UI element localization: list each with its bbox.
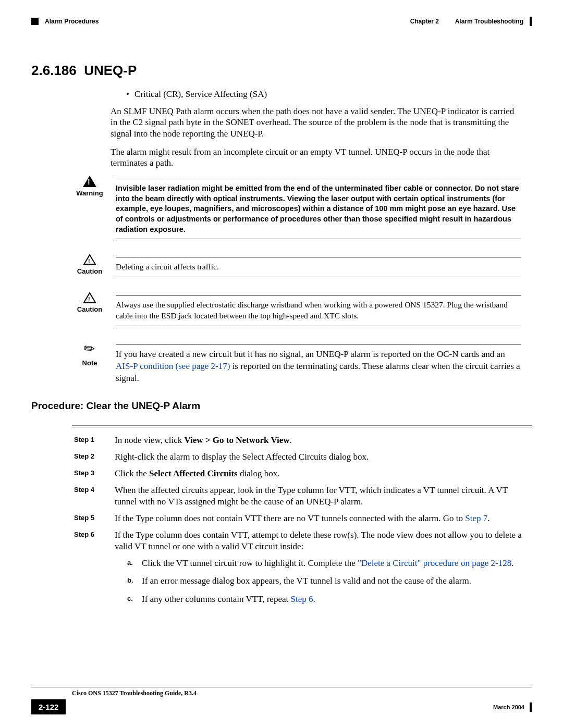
caution-label-1: Caution: [74, 267, 105, 275]
step-2-body: Right-click the alarm to display the Sel…: [115, 451, 532, 463]
warning-icon: [83, 176, 96, 187]
caution-text-1: Deleting a circuit affects traffic.: [116, 262, 521, 273]
header-right-text: Alarm Troubleshooting: [455, 18, 523, 25]
step-label: Step 1: [74, 435, 103, 446]
footer-date: March 2004: [493, 704, 524, 710]
sc-link[interactable]: Step 6: [290, 594, 313, 604]
header-left-text: Alarm Procedures: [45, 18, 99, 25]
page-footer: Cisco ONS 15327 Troubleshooting Guide, R…: [31, 687, 532, 714]
warning-label: Warning: [74, 189, 105, 197]
substep-a: a. Click the VT tunnel circuit row to hi…: [127, 558, 532, 569]
sub-label: c.: [127, 594, 137, 605]
section-heading: 2.6.186 UNEQ-P: [31, 63, 532, 79]
step-label: Step 3: [74, 468, 103, 479]
section-number: 2.6.186: [31, 63, 77, 78]
header-square-icon: [31, 18, 39, 25]
step-5-link[interactable]: Step 7: [465, 513, 487, 523]
sa-post: .: [511, 558, 513, 568]
step-1: Step 1 In node view, click View > Go to …: [74, 435, 532, 446]
step-5-pre: If the Type column does not contain VTT …: [115, 513, 465, 523]
step-3: Step 3 Click the Select Affected Circuit…: [74, 468, 532, 479]
step-1-pre: In node view, click: [115, 435, 184, 445]
note-pre: If you have created a new circuit but it…: [116, 349, 505, 359]
note-block: ✎ Note If you have created a new circuit…: [111, 341, 521, 385]
caution-icon: [83, 292, 96, 303]
warning-block: Warning Invisible laser radiation might …: [111, 176, 521, 246]
step-label: Step 6: [74, 529, 103, 611]
intro-para-2: The alarm might result from an incomplet…: [111, 146, 521, 169]
steps-list: Step 1 In node view, click View > Go to …: [74, 435, 532, 611]
severity-text: Critical (CR), Service Affecting (SA): [134, 89, 267, 100]
step-3-pre: Click the: [115, 468, 149, 478]
caution-label-2: Caution: [74, 305, 105, 313]
sb-body: If an error message dialog box appears, …: [142, 575, 471, 587]
sa-pre: Click the VT tunnel circuit row to highl…: [142, 558, 358, 568]
step-label: Step 5: [74, 513, 103, 524]
warning-text: Invisible laser radiation might be emitt…: [116, 183, 521, 235]
step-label: Step 2: [74, 451, 103, 463]
footer-rule-icon: [530, 702, 532, 712]
bullet-dot-icon: •: [126, 89, 129, 100]
header-rule-icon: [530, 17, 532, 26]
step-1-bold: View > Go to Network View: [184, 435, 289, 445]
step-label: Step 4: [74, 485, 103, 508]
step-3-bold: Select Affected Circuits: [149, 468, 238, 478]
note-label: Note: [74, 359, 105, 367]
page-number-badge: 2-122: [31, 699, 66, 714]
step-5: Step 5 If the Type column does not conta…: [74, 513, 532, 524]
sub-label: b.: [127, 575, 137, 587]
section-title: UNEQ-P: [84, 63, 137, 78]
step-3-post: dialog box.: [238, 468, 280, 478]
caution-block-2: Caution Always use the supplied electros…: [111, 292, 521, 334]
sc-post: .: [313, 594, 315, 604]
substep-c: c. If any other columns contain VTT, rep…: [127, 594, 532, 605]
header-chapter: Chapter 2: [410, 18, 439, 25]
step-1-post: .: [290, 435, 292, 445]
content-column: • Critical (CR), Service Affecting (SA) …: [111, 89, 521, 385]
step-4: Step 4 When the affected circuits appear…: [74, 485, 532, 508]
step-6: Step 6 If the Type column does contain V…: [74, 529, 532, 611]
step-6-sublist: a. Click the VT tunnel circuit row to hi…: [127, 558, 532, 604]
note-icon: ✎: [80, 339, 100, 359]
severity-bullet: • Critical (CR), Service Affecting (SA): [126, 89, 521, 100]
sc-pre: If any other columns contain VTT, repeat: [142, 594, 290, 604]
page-header: Alarm Procedures Chapter 2 Alarm Trouble…: [31, 17, 532, 26]
step-2: Step 2 Right-click the alarm to display …: [74, 451, 532, 463]
caution-icon: [83, 254, 96, 265]
caution-block-1: Caution Deleting a circuit affects traff…: [111, 254, 521, 285]
footer-doc-title: Cisco ONS 15327 Troubleshooting Guide, R…: [72, 689, 532, 697]
intro-para-1: An SLMF UNEQ Path alarm occurs when the …: [111, 106, 521, 139]
sa-link[interactable]: "Delete a Circuit" procedure on page 2-1…: [358, 558, 511, 568]
note-link[interactable]: AIS-P condition (see page 2-17): [116, 361, 230, 371]
procedure-title: Procedure: Clear the UNEQ-P Alarm: [31, 400, 532, 412]
step-4-body: When the affected circuits appear, look …: [115, 485, 532, 508]
caution-text-2: Always use the supplied electrostatic di…: [116, 300, 521, 322]
step-6-body: If the Type column does contain VTT, att…: [115, 529, 532, 552]
substep-b: b. If an error message dialog box appear…: [127, 575, 532, 587]
step-5-post: .: [487, 513, 489, 523]
sub-label: a.: [127, 558, 137, 569]
